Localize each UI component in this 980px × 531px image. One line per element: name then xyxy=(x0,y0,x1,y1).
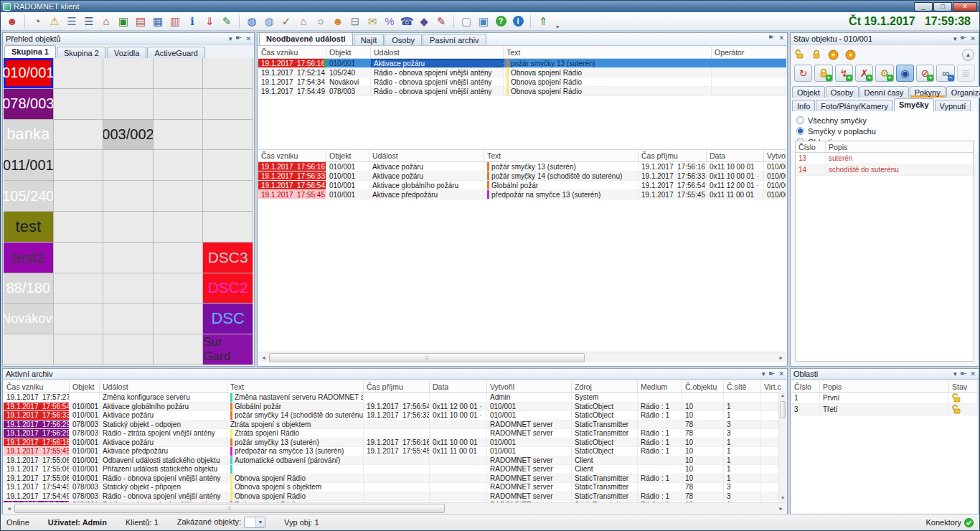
table-row[interactable]: 19.1.2017 17:56:54010/001Aktivace globál… xyxy=(4,403,786,412)
tab-osoby[interactable]: Osoby xyxy=(385,34,422,45)
refresh-alarm-button[interactable]: ↻ xyxy=(794,65,812,82)
tab-pasivn-archiv[interactable]: Pasivní archiv xyxy=(423,34,486,45)
column-header-popis[interactable]: Popis xyxy=(826,141,974,152)
toolbar-overflow-icon[interactable]: ▾ xyxy=(556,24,559,30)
inspection-icon[interactable]: ✓ xyxy=(278,14,294,29)
column-header-vytvořil[interactable]: Vytvořil xyxy=(487,381,572,393)
grid-cell-empty[interactable] xyxy=(54,181,104,212)
contacts-icon[interactable]: ☻ xyxy=(330,14,346,29)
column-header-čas-vzniku[interactable]: Čas vzniku xyxy=(4,381,70,393)
grid-cell-empty[interactable] xyxy=(154,243,204,273)
calendar-icon[interactable]: ▤ xyxy=(133,14,149,29)
window-info-icon[interactable]: ▣ xyxy=(476,14,491,29)
search-icon[interactable]: ○ xyxy=(313,14,329,29)
table-row[interactable]: 19.1.2017 17:54:49078/003Rádio - obnova … xyxy=(258,87,786,96)
table-row[interactable]: 19.1.2017 17:54:49078/003Rádio - obnova … xyxy=(4,492,786,502)
shield-edit-icon[interactable]: ◆ xyxy=(416,14,432,29)
column-header-text[interactable]: Text xyxy=(227,381,364,393)
power-add-button[interactable]: ↯+ xyxy=(835,65,853,82)
info-icon[interactable]: i xyxy=(510,14,526,29)
statistics-icon[interactable]: ⇑ xyxy=(535,14,551,29)
grid-cell-dsc3[interactable]: DSC3 xyxy=(203,243,253,273)
grid-cell-empty[interactable] xyxy=(203,181,253,212)
grid-cell-empty[interactable] xyxy=(103,334,154,365)
table-row[interactable]: 19.1.2017 17:56:29078/003Statický objekt… xyxy=(4,420,786,430)
horizontal-scrollbar[interactable]: ◂ ⁞⁞ ▸ xyxy=(4,502,786,513)
grid-cell-empty[interactable] xyxy=(54,334,104,365)
vertical-scrollbar[interactable]: ▴ ▾ xyxy=(778,391,786,502)
table-row[interactable]: 19.1.2017 17:56:29078/003Rádio - ztráta … xyxy=(4,429,786,438)
grid-cell-empty[interactable] xyxy=(154,150,204,181)
column-header-událost[interactable]: Událost xyxy=(371,47,504,58)
table-row[interactable]: 19.1.2017 17:55:45010/001Aktivace předpo… xyxy=(4,447,786,456)
monitor-icon[interactable]: ▣ xyxy=(116,14,131,29)
grid-cell-empty[interactable] xyxy=(154,304,204,334)
grid-cell-empty[interactable] xyxy=(54,212,104,243)
column-header-medium[interactable]: Medium xyxy=(638,381,682,393)
table-row[interactable]: 19.1.2017 17:55:06010/001Rádio - obnova … xyxy=(4,474,786,484)
print-icon[interactable]: ⊟ xyxy=(347,14,363,29)
database-icon[interactable]: ☰ xyxy=(81,14,97,29)
tab-neodbaven-ud-losti[interactable]: Neodbavené události xyxy=(259,32,353,45)
grid-cell-empty[interactable] xyxy=(103,150,154,181)
tab-skupina-2[interactable]: Skupina 2 xyxy=(57,47,106,58)
table-row[interactable]: 14schodiště do suterénu xyxy=(796,164,974,176)
collapse-panel-button[interactable]: ▲ xyxy=(962,49,974,61)
column-header-čas-příjmu[interactable]: Čas příjmu xyxy=(364,381,430,393)
scroll-up-icon[interactable]: ▴ xyxy=(779,391,786,399)
tab-smy-ky[interactable]: Smyčky xyxy=(894,98,934,111)
column-header-objekt[interactable]: Objekt xyxy=(326,150,369,161)
tab-naj-t[interactable]: Najít xyxy=(354,34,385,45)
table-row[interactable]: 19.1.2017 17:57:27Změna konfigurace serv… xyxy=(4,393,786,403)
tamper-add-button[interactable]: ✗+ xyxy=(855,65,873,82)
horizontal-scrollbar[interactable]: ◂ ⁞⁞ ▸ xyxy=(258,352,786,362)
column-header-objekt[interactable]: Objekt xyxy=(326,47,371,58)
panel-menu-icon[interactable]: ▾ xyxy=(229,35,232,42)
grid-cell-empty[interactable] xyxy=(54,304,104,334)
banned-objects-select[interactable]: ▼ xyxy=(244,517,265,528)
grid-cell-empty[interactable] xyxy=(54,58,104,89)
mail-icon[interactable]: ✉ xyxy=(364,14,380,29)
column-header-vytvořil[interactable]: Vytvořil xyxy=(764,150,786,161)
objects-map-icon[interactable]: ▦ xyxy=(150,14,166,29)
close-panel-icon[interactable]: ✕ xyxy=(778,370,784,377)
report-icon[interactable]: ▥ xyxy=(167,14,183,29)
grid-cell-empty[interactable] xyxy=(103,181,154,212)
grid-cell-test2[interactable]: test2 xyxy=(4,243,54,273)
pin-icon[interactable] xyxy=(768,371,775,377)
block-add-button[interactable]: ⊘+ xyxy=(916,65,934,82)
help-icon[interactable]: ? xyxy=(493,14,509,29)
checklist-button[interactable]: ≣ xyxy=(957,65,975,82)
column-header-událost[interactable]: Událost xyxy=(369,150,484,161)
scrollbar-thumb[interactable] xyxy=(780,401,786,418)
maximize-button[interactable]: □ xyxy=(933,2,952,11)
close-button[interactable]: ✕ xyxy=(953,2,977,11)
panel-menu-icon[interactable]: ▾ xyxy=(762,370,765,377)
service-add-button[interactable]: ⚙+ xyxy=(875,65,893,82)
grid-cell-empty[interactable] xyxy=(203,58,253,89)
panel-menu-icon[interactable]: ▾ xyxy=(953,35,957,42)
document-import-icon[interactable]: ⇓ xyxy=(202,14,217,29)
grid-cell-empty[interactable] xyxy=(54,273,104,304)
table-row[interactable]: 19.1.2017 17:55:06010/001Odbavení událos… xyxy=(4,456,786,466)
panel-menu-icon[interactable]: ▾ xyxy=(953,370,957,377)
table-row[interactable]: 19.1.2017 17:56:54010/001Aktivace globál… xyxy=(258,181,786,190)
tab-info[interactable]: Info xyxy=(792,100,815,111)
lock-add-button[interactable]: + xyxy=(814,65,832,82)
grid-cell-nov-kovi[interactable]: Novákovi xyxy=(4,304,54,334)
grid-cell-test[interactable]: test xyxy=(4,212,54,243)
grid-cell-empty[interactable] xyxy=(203,89,253,120)
grid-cell-empty[interactable] xyxy=(154,58,204,89)
server-icon[interactable]: ☰ xyxy=(64,14,80,29)
table-row[interactable]: 19.1.2017 17:54:34NovákoviRádio - obnova… xyxy=(258,77,786,87)
grid-cell-empty[interactable] xyxy=(54,150,104,181)
user-logout-icon[interactable]: ☻ xyxy=(4,14,20,29)
grid-cell-078-003[interactable]: 078/003 xyxy=(4,89,54,120)
column-header-č.objektu[interactable]: Č.objektu xyxy=(682,381,724,393)
title-bar[interactable]: RADOMNET klient _ □ ✕ xyxy=(1,1,979,12)
document-edit-icon[interactable]: ✎ xyxy=(219,14,235,29)
table-row[interactable]: 19.1.2017 17:54:49078/003Statický objekt… xyxy=(4,483,786,492)
document-warning-icon[interactable]: ⚠ xyxy=(47,14,62,29)
grid-cell-empty[interactable] xyxy=(54,89,104,120)
close-panel-icon[interactable]: ✕ xyxy=(778,34,784,42)
